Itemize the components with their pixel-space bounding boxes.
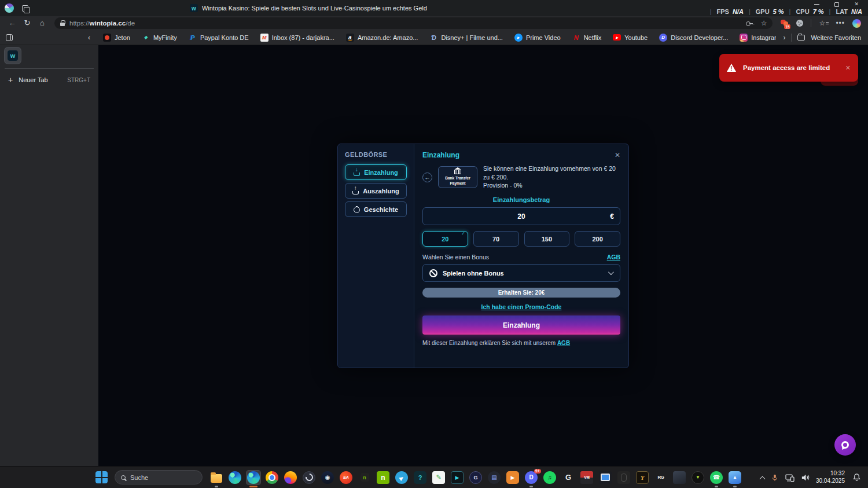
close-button-icon[interactable]: ✕ xyxy=(854,2,859,7)
workspaces-icon[interactable] xyxy=(22,5,28,12)
wallet-tab-einzahlung[interactable]: Einzahlung xyxy=(345,164,407,180)
stat-lat: LATN/A xyxy=(824,8,862,15)
bookmark-prime-video[interactable]: Prime Video xyxy=(510,32,565,43)
url-text: https://wintopia.cc/de xyxy=(69,20,135,27)
nvidia-settings-icon[interactable] xyxy=(358,471,372,485)
firefox-icon[interactable] xyxy=(284,471,297,485)
voicemeeter-icon[interactable] xyxy=(580,471,594,485)
notes-icon[interactable] xyxy=(432,471,446,485)
keyboard-app-icon[interactable] xyxy=(487,471,501,485)
toast-close-icon[interactable]: ✕ xyxy=(845,64,851,72)
edge-icon[interactable] xyxy=(247,471,260,485)
amount-value: 20 xyxy=(423,212,620,221)
volume-icon[interactable] xyxy=(801,474,810,482)
ea-icon[interactable] xyxy=(339,471,353,485)
droptop-icon[interactable] xyxy=(691,471,705,485)
powerdirector-icon[interactable] xyxy=(450,471,464,485)
agb-link[interactable]: AGB xyxy=(607,254,620,260)
address-bar[interactable]: https://wintopia.cc/de ☆ xyxy=(54,17,773,29)
copilot-icon[interactable] xyxy=(852,19,861,28)
bookmark-instagram[interactable]: Instagram xyxy=(735,32,776,43)
bonus-selected-value: Spielen ohne Bonus xyxy=(443,270,603,277)
steam-icon[interactable] xyxy=(321,471,334,485)
bookmark-discord[interactable]: Discord Developer... xyxy=(654,32,733,43)
folder-icon xyxy=(797,35,805,41)
spotify-icon[interactable] xyxy=(543,471,557,485)
network-display-icon[interactable] xyxy=(785,474,795,482)
sidebar-collapse-icon[interactable]: ‹ xyxy=(88,34,90,41)
live-chat-fab-button[interactable] xyxy=(834,434,856,456)
start-button-icon[interactable] xyxy=(95,471,108,483)
wallet-tab-auszahlung[interactable]: Auszahlung xyxy=(345,183,407,199)
modal-close-icon[interactable]: ✕ xyxy=(615,151,620,159)
display-capture-icon[interactable] xyxy=(598,471,612,485)
photos-icon[interactable] xyxy=(728,471,742,485)
bookmark-myfinity[interactable]: MyFinity xyxy=(137,32,182,43)
preset-20[interactable]: 20✓ xyxy=(422,231,468,247)
tray-overflow-icon[interactable] xyxy=(759,476,765,482)
chrome-icon[interactable] xyxy=(265,471,279,485)
taskbar-clock[interactable]: 10:32 30.04.2025 xyxy=(816,470,845,485)
new-tab-button[interactable]: + Neuer Tab STRG+T xyxy=(5,74,94,86)
extension-icon[interactable]: 15 xyxy=(781,20,789,27)
bookmark-disney[interactable]: Disney+ | Filme und... xyxy=(425,32,507,43)
back-button[interactable]: ← xyxy=(422,173,432,182)
whatsapp-icon[interactable] xyxy=(709,471,723,485)
lock-icon[interactable] xyxy=(60,23,65,26)
maximize-button-icon[interactable] xyxy=(834,2,839,7)
browser-window: Wintopia Kasino: Spiele die besten Slots… xyxy=(0,0,868,488)
microphone-icon[interactable] xyxy=(771,474,779,482)
discord-icon[interactable]: 9+ xyxy=(524,471,538,485)
g-circle-icon[interactable] xyxy=(469,471,483,485)
logitech-g-icon[interactable] xyxy=(561,471,575,485)
deposit-submit-button[interactable]: Einzahlung xyxy=(422,315,620,335)
browser-profile-icon[interactable] xyxy=(5,3,14,13)
active-tab[interactable]: Wintopia Kasino: Spiele die besten Slots… xyxy=(190,4,427,12)
gold-y-game-icon[interactable] xyxy=(635,471,649,485)
payment-method-bank-transfer[interactable]: Bank Transfer Payment xyxy=(438,166,477,188)
telegram-icon[interactable] xyxy=(395,471,409,485)
back-icon[interactable]: ← xyxy=(6,17,19,29)
bonus-select[interactable]: Spielen ohne Bonus xyxy=(422,264,620,282)
taskbar-search[interactable]: Suche xyxy=(115,470,203,485)
cookie-icon[interactable] xyxy=(796,20,803,27)
mouse-app-icon[interactable] xyxy=(617,471,631,485)
preset-150[interactable]: 150✓ xyxy=(524,231,570,247)
home-icon[interactable]: ⌂ xyxy=(36,17,49,29)
media-player-icon[interactable] xyxy=(506,471,520,485)
amount-input[interactable]: 20 € xyxy=(422,207,620,225)
bonus-label: Wählen Sie einen Bonus xyxy=(422,254,489,260)
game-art-icon[interactable] xyxy=(672,471,686,485)
more-menu-icon[interactable]: ••• xyxy=(836,19,845,27)
wallet-tab-geschichte[interactable]: Geschichte xyxy=(345,201,407,217)
vertical-tabs-sidebar: + Neuer Tab STRG+T xyxy=(0,45,98,466)
bookmark-netflix[interactable]: Netflix xyxy=(568,32,606,43)
active-tab-tile[interactable] xyxy=(5,47,21,64)
terms-text: Mit dieser Einzahlung erklären Sie sich … xyxy=(422,340,620,346)
bookmark-amazon[interactable]: Amazon.de: Amazo... xyxy=(341,32,423,43)
teal-app-icon[interactable] xyxy=(413,471,427,485)
preset-70[interactable]: 70✓ xyxy=(473,231,519,247)
refresh-icon[interactable]: ↻ xyxy=(21,17,34,29)
terms-agb-link[interactable]: AGB xyxy=(557,340,570,346)
tab-actions-icon[interactable] xyxy=(6,34,13,41)
bookmark-jeton[interactable]: Jeton xyxy=(98,32,135,43)
bookmark-paypal[interactable]: Paypal Konto DE xyxy=(184,32,253,43)
obs-icon[interactable] xyxy=(302,471,316,485)
preset-200[interactable]: 200✓ xyxy=(575,231,620,247)
wallet-modal: GELDBÖRSE EinzahlungAuszahlungGeschichte… xyxy=(337,144,629,368)
other-favorites-button[interactable]: Weitere Favoriten xyxy=(811,34,861,41)
edge-beta-icon[interactable] xyxy=(228,471,242,485)
bookmark-youtube[interactable]: Youtube xyxy=(608,33,652,42)
favorite-star-icon[interactable]: ☆ xyxy=(761,20,767,27)
collections-icon[interactable]: ☆ xyxy=(819,20,828,27)
bookmarks-overflow-icon[interactable]: › xyxy=(783,34,785,41)
file-explorer-icon[interactable] xyxy=(209,471,223,485)
minimize-button-icon[interactable] xyxy=(814,4,819,5)
rg-app-icon[interactable] xyxy=(654,471,668,485)
promo-code-link[interactable]: Ich habe einen Promo-Code xyxy=(422,303,620,310)
notifications-bell-icon[interactable] xyxy=(852,473,861,482)
bookmark-inbox[interactable]: Inbox (87) - darjakra... xyxy=(256,32,339,43)
geforce-icon[interactable] xyxy=(376,471,390,485)
password-icon[interactable] xyxy=(746,20,753,26)
